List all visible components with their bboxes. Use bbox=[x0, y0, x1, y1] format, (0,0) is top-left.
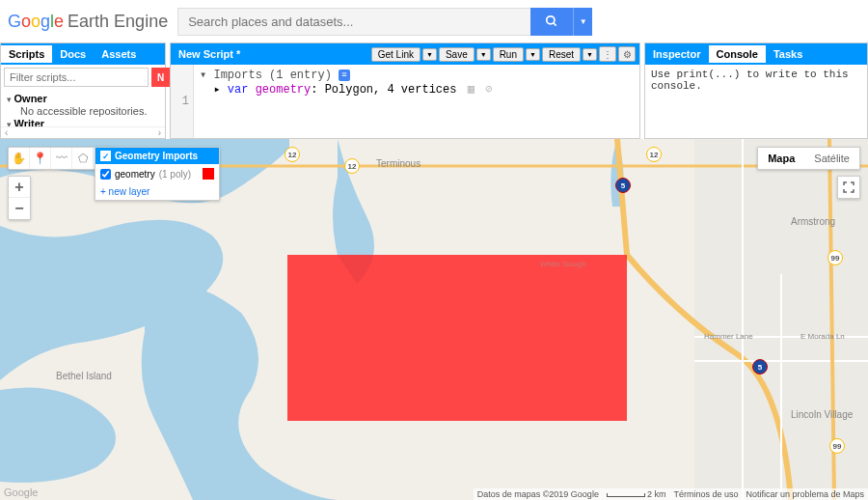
search-icon bbox=[545, 14, 558, 28]
search-button[interactable] bbox=[530, 8, 573, 36]
scroll-row: ‹› bbox=[1, 126, 165, 138]
shield-i5: 5 bbox=[615, 178, 631, 193]
search-bar: ▼ bbox=[177, 8, 592, 36]
layer-checkbox[interactable] bbox=[100, 169, 111, 180]
label-white-slough: White Slough bbox=[540, 260, 586, 268]
run-button[interactable]: Run bbox=[493, 47, 524, 62]
scalebar-icon bbox=[607, 493, 645, 497]
code-editor[interactable]: 1 ▾ Imports (1 entry) ≡ ▸ var geometry: … bbox=[171, 65, 639, 138]
marker-tool-icon[interactable]: 📍 bbox=[30, 148, 51, 169]
map-report-link[interactable]: Notificar un problema de Maps bbox=[746, 489, 864, 499]
shield-i5-b: 5 bbox=[752, 359, 768, 375]
shield-hwy99: 99 bbox=[827, 250, 843, 265]
new-layer-link[interactable]: + new layer bbox=[100, 186, 149, 197]
label-bethel: Bethel Island bbox=[56, 371, 112, 381]
zoom-in-button[interactable]: + bbox=[9, 177, 30, 198]
layer-swatch[interactable] bbox=[203, 168, 214, 180]
scripts-panel: Scripts Docs Assets N Owner No accessibl… bbox=[0, 42, 166, 139]
polygon-tool-icon[interactable]: ⬠ bbox=[72, 148, 94, 169]
shield-hwy99-b: 99 bbox=[829, 438, 845, 454]
tab-console[interactable]: Console bbox=[709, 45, 766, 63]
console-output: Use print(...) to write to this console. bbox=[645, 65, 867, 96]
editor-panel: New Script * Get Link ▼ Save ▼ Run ▼ Res… bbox=[170, 42, 640, 139]
save-dropdown[interactable]: ▼ bbox=[476, 48, 491, 61]
main-panels: Scripts Docs Assets N Owner No accessibl… bbox=[0, 42, 868, 139]
geometry-polygon[interactable] bbox=[287, 255, 627, 421]
console-panel: Inspector Console Tasks Use print(...) t… bbox=[644, 42, 868, 139]
editor-toolbar: New Script * Get Link ▼ Save ▼ Run ▼ Res… bbox=[171, 43, 639, 65]
getlink-dropdown[interactable]: ▼ bbox=[422, 48, 437, 61]
logo: Google Earth Engine bbox=[8, 12, 168, 32]
search-dropdown[interactable]: ▼ bbox=[573, 8, 592, 36]
search-input[interactable] bbox=[177, 8, 530, 36]
map-attribution: Datos de mapas ©2019 Google bbox=[477, 489, 599, 499]
reset-button[interactable]: Reset bbox=[542, 47, 581, 62]
left-tabs: Scripts Docs Assets bbox=[1, 43, 165, 65]
layer-name: geometry bbox=[115, 169, 155, 180]
tree-owner[interactable]: Owner bbox=[7, 92, 159, 105]
pan-tool-icon[interactable]: ✋ bbox=[9, 148, 30, 169]
svg-line-1 bbox=[554, 23, 556, 26]
label-terminous: Terminous bbox=[376, 158, 420, 169]
getlink-button[interactable]: Get Link bbox=[371, 47, 420, 62]
map[interactable]: Terminous Bethel Island Armstrong Hammer… bbox=[0, 139, 868, 500]
tab-docs[interactable]: Docs bbox=[52, 45, 94, 63]
zoom-control: + − bbox=[8, 176, 31, 220]
import-geometry-line[interactable]: ▸ var geometry: Polygon, 4 vertices ▦ ⊘ bbox=[200, 82, 634, 97]
gear-icon[interactable]: ⚙ bbox=[618, 46, 636, 62]
imports-header[interactable]: ▾ Imports (1 entry) ≡ bbox=[200, 68, 634, 82]
maptype-satellite[interactable]: Satélite bbox=[804, 148, 859, 169]
right-tabs: Inspector Console Tasks bbox=[645, 43, 867, 65]
maptype-control: Mapa Satélite bbox=[757, 147, 860, 170]
label-armstrong: Armstrong bbox=[791, 216, 835, 227]
label-morada: E Morada Ln bbox=[800, 332, 845, 341]
import-edit-icon[interactable]: ▦ bbox=[468, 83, 475, 97]
svg-point-0 bbox=[547, 16, 555, 24]
tree-owner-empty: No accessible repositories. bbox=[7, 105, 159, 117]
save-button[interactable]: Save bbox=[439, 47, 475, 62]
filter-scripts-input[interactable] bbox=[4, 68, 149, 87]
geometry-layer-row[interactable]: geometry (1 poly) bbox=[95, 164, 219, 183]
script-tree: Owner No accessible repositories. Writer… bbox=[1, 90, 165, 126]
zoom-out-button[interactable]: − bbox=[9, 198, 30, 219]
import-delete-icon[interactable]: ⊘ bbox=[485, 83, 492, 97]
map-footer: Datos de mapas ©2019 Google 2 km Término… bbox=[474, 488, 868, 500]
script-title: New Script * bbox=[171, 48, 367, 60]
scroll-left-icon[interactable]: ‹ bbox=[5, 127, 8, 138]
tree-writer[interactable]: Writer bbox=[7, 117, 159, 126]
geometry-imports-panel: ✓ Geometry Imports geometry (1 poly) + n… bbox=[95, 147, 220, 201]
apps-icon[interactable]: ⋮⋮⋮ bbox=[599, 46, 616, 62]
check-icon: ✓ bbox=[100, 151, 111, 161]
tab-tasks[interactable]: Tasks bbox=[766, 45, 810, 63]
line-gutter: 1 bbox=[171, 65, 194, 138]
label-lincoln: Lincoln Village bbox=[791, 409, 853, 420]
google-logo: Google bbox=[8, 12, 64, 32]
header: Google Earth Engine ▼ bbox=[0, 0, 868, 42]
shield-hwy12: 12 bbox=[285, 147, 300, 162]
layer-count: (1 poly) bbox=[159, 169, 191, 180]
map-scale: 2 km bbox=[647, 489, 666, 499]
ee-logo-text: Earth Engine bbox=[68, 12, 168, 32]
run-dropdown[interactable]: ▼ bbox=[526, 48, 540, 61]
imports-badge-icon[interactable]: ≡ bbox=[339, 69, 350, 81]
tab-assets[interactable]: Assets bbox=[94, 45, 144, 63]
fullscreen-button[interactable] bbox=[837, 176, 860, 199]
shield-hwy12-c: 12 bbox=[646, 147, 662, 162]
shield-hwy12-b: 12 bbox=[344, 158, 360, 174]
geometry-imports-header[interactable]: ✓ Geometry Imports bbox=[95, 148, 219, 164]
tab-inspector[interactable]: Inspector bbox=[645, 45, 709, 63]
google-watermark: Google bbox=[4, 486, 38, 498]
fullscreen-icon bbox=[843, 181, 854, 193]
maptype-map[interactable]: Mapa bbox=[758, 148, 804, 169]
new-script-button[interactable]: N bbox=[151, 68, 170, 87]
label-hammer: Hammer Lane bbox=[704, 332, 753, 341]
map-terms-link[interactable]: Términos de uso bbox=[673, 489, 738, 499]
line-tool-icon[interactable]: 〰 bbox=[51, 148, 72, 169]
tab-scripts[interactable]: Scripts bbox=[1, 45, 52, 63]
scroll-right-icon[interactable]: › bbox=[158, 127, 161, 138]
